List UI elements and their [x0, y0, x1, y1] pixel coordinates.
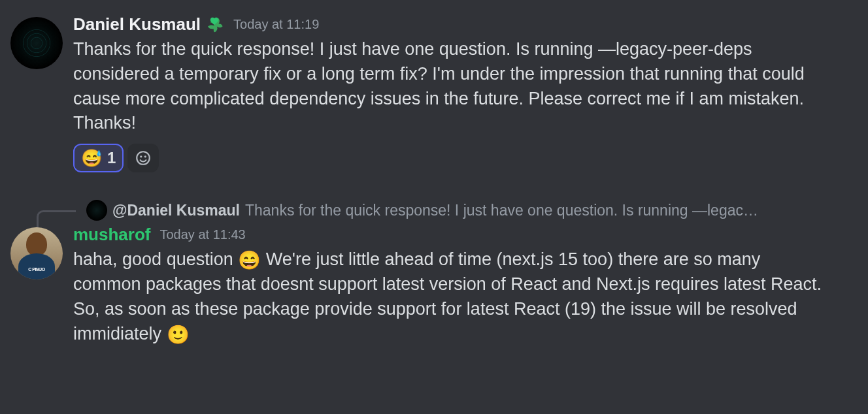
timestamp: Today at 11:43: [159, 227, 245, 242]
add-reaction-button[interactable]: [127, 144, 159, 172]
message-with-reply: @Daniel Kusmaul Thanks for the quick res…: [0, 200, 868, 347]
username[interactable]: Daniel Kusmaul: [73, 14, 201, 35]
svg-point-1: [140, 155, 142, 157]
reply-preview: Thanks for the quick response! I just ha…: [245, 202, 814, 219]
message-text-part: haha, good question: [73, 249, 238, 269]
reaction[interactable]: 😅 1: [73, 144, 124, 172]
username[interactable]: musharof: [73, 225, 150, 245]
avatar-shirt-text: C PIMJO: [28, 267, 44, 272]
timestamp: Today at 11:19: [233, 17, 319, 32]
message-body: Thanks for the quick response! I just ha…: [73, 37, 825, 136]
laugh-emoji-icon: 😄: [238, 250, 261, 270]
heart-plant-icon: [205, 15, 224, 35]
message-header: Daniel Kusmaul Today at 11:19: [73, 14, 858, 35]
message: Daniel Kusmaul Today at 11:19 Thanks for…: [0, 13, 868, 174]
smile-emoji-icon: 🙂: [167, 324, 190, 344]
smiley-add-icon: [135, 150, 152, 167]
message-content: musharof Today at 11:43 haha, good quest…: [73, 225, 858, 346]
reply-avatar: [86, 200, 107, 221]
reaction-count: 1: [107, 149, 116, 167]
svg-point-0: [137, 151, 150, 165]
svg-point-2: [144, 155, 146, 157]
message-body: haha, good question 😄 We're just little …: [73, 247, 825, 346]
message-header: musharof Today at 11:43: [73, 225, 858, 245]
reply-username: @Daniel Kusmaul: [112, 202, 240, 219]
message-content: Daniel Kusmaul Today at 11:19 Thanks for…: [73, 14, 858, 172]
reply-reference[interactable]: @Daniel Kusmaul Thanks for the quick res…: [0, 200, 868, 221]
reaction-emoji-icon: 😅: [81, 150, 102, 167]
avatar[interactable]: C PIMJO: [10, 227, 63, 279]
avatar[interactable]: [10, 17, 63, 69]
reactions: 😅 1: [73, 144, 858, 172]
